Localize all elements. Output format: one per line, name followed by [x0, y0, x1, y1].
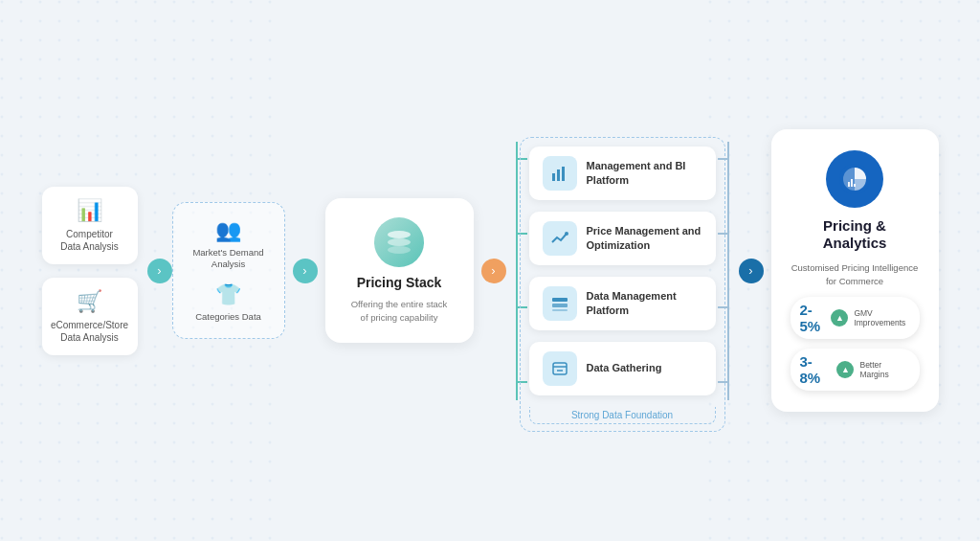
bracket-tick-4: [516, 381, 527, 383]
markets-demand-label: Market's Demand Analysis: [187, 247, 271, 271]
svg-rect-8: [562, 167, 565, 181]
svg-rect-18: [851, 179, 853, 187]
svg-rect-12: [552, 309, 568, 311]
svg-point-4: [388, 238, 411, 246]
analytics-title: Pricing & Analytics: [791, 217, 920, 252]
arrow-left-to-demand: ›: [147, 259, 172, 283]
svg-rect-7: [557, 169, 560, 181]
bracket-tick-1: [516, 158, 527, 160]
competitor-label: Competitor Data Analysis: [56, 228, 124, 253]
management-bi-card: Management and BI Platform: [529, 147, 716, 200]
markets-demand-item: 👥 Market's Demand Analysis: [187, 218, 271, 271]
svg-rect-19: [854, 184, 856, 187]
gmv-percentage: 2-5%: [800, 302, 826, 334]
svg-rect-11: [552, 304, 568, 307]
competitor-icon: 📊: [77, 198, 102, 223]
margins-metric-badge: 3-8% ▲ Better Margins: [791, 349, 920, 391]
right-bracket-tick-4: [718, 381, 729, 383]
svg-rect-10: [552, 298, 568, 302]
pricing-stack-title: Pricing Stack: [357, 275, 442, 290]
management-bi-icon: [543, 156, 577, 191]
gmv-label: GMV Improvements: [854, 308, 909, 327]
right-bracket-tick-3: [718, 306, 729, 308]
demand-box: 👥 Market's Demand Analysis 👕 Categories …: [172, 202, 285, 339]
pricing-stack-icon: [374, 217, 424, 267]
categories-label: Categories Data: [195, 311, 261, 323]
analytics-icon: [826, 150, 883, 208]
right-bracket: [718, 123, 737, 419]
ecommerce-label: eCommerce/Store Data Analysis: [51, 319, 128, 344]
svg-rect-6: [552, 173, 555, 181]
ecommerce-data-card: 🛒 eCommerce/Store Data Analysis: [42, 278, 138, 355]
capabilities-col: Management and BI Platform Price Managem…: [529, 147, 716, 395]
svg-rect-17: [848, 182, 850, 187]
markets-demand-icon: 👥: [215, 218, 241, 243]
svg-point-5: [388, 246, 411, 254]
categories-icon: 👕: [215, 282, 241, 307]
left-bracket: [508, 123, 527, 419]
price-management-icon: [543, 221, 577, 256]
bracket-tick-3: [516, 306, 527, 308]
data-gathering-icon: [543, 351, 577, 386]
data-management-card: Data Management Platform: [529, 277, 716, 330]
data-management-icon: [543, 286, 577, 321]
data-gathering-card: Data Gathering: [529, 342, 716, 395]
categories-item: 👕 Categories Data: [195, 282, 261, 323]
margins-label: Better Margins: [859, 360, 909, 379]
price-management-label: Price Management and Optimization: [587, 224, 702, 253]
left-data-sources: 📊 Competitor Data Analysis 🛒 eCommerce/S…: [42, 187, 138, 355]
main-container: 📊 Competitor Data Analysis 🛒 eCommerce/S…: [0, 0, 980, 541]
right-bracket-tick-1: [718, 158, 729, 160]
arrow-stack-to-caps: ›: [481, 259, 506, 283]
arrow-demand-to-stack: ›: [293, 259, 318, 283]
bracket-tick-2: [516, 233, 527, 235]
analytics-box: Pricing & Analytics Customised Pricing I…: [771, 129, 939, 412]
management-bi-label: Management and BI Platform: [587, 159, 702, 188]
gmv-up-arrow: ▲: [831, 309, 848, 327]
margins-percentage: 3-8%: [800, 353, 832, 386]
price-management-card: Price Management and Optimization: [529, 212, 716, 265]
pricing-stack-subtitle: Offering the entire stack of pricing cap…: [346, 298, 453, 324]
arrow-caps-to-analytics: ›: [739, 259, 764, 283]
svg-rect-13: [553, 363, 567, 374]
competitor-data-card: 📊 Competitor Data Analysis: [42, 187, 138, 264]
svg-point-9: [565, 232, 568, 236]
data-management-label: Data Management Platform: [587, 289, 702, 318]
svg-point-3: [388, 231, 411, 238]
right-bracket-tick-2: [718, 233, 729, 235]
ecommerce-icon: 🛒: [77, 289, 102, 314]
data-gathering-label: Data Gathering: [587, 361, 662, 375]
margins-up-arrow: ▲: [836, 361, 854, 378]
analytics-subtitle: Customised Pricing Intelligence for Comm…: [791, 261, 920, 287]
data-foundation-label: Strong Data Foundation: [529, 407, 716, 424]
gmv-metric-badge: 2-5% ▲ GMV Improvements: [791, 297, 920, 339]
pricing-stack-box: Pricing Stack Offering the entire stack …: [325, 198, 474, 343]
